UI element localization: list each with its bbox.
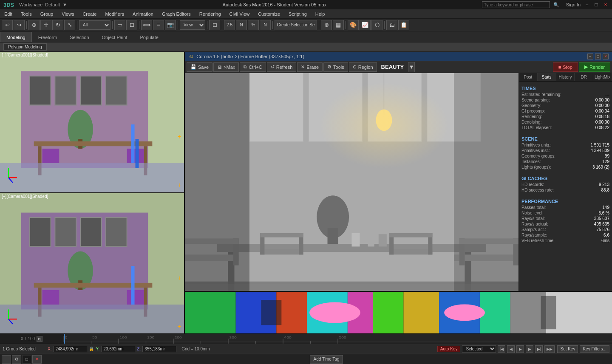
- selection-dropdown[interactable]: Selected All None: [462, 345, 496, 353]
- snapshot-btn[interactable]: 📷: [165, 20, 176, 30]
- bottom-viewport[interactable]: [185, 291, 612, 333]
- n2-btn[interactable]: N: [260, 20, 271, 30]
- menu-help[interactable]: Help: [311, 9, 329, 19]
- tab-object-paint[interactable]: Object Paint: [96, 32, 134, 42]
- vfb-region-btn[interactable]: ⊙ Region: [349, 62, 377, 72]
- menu-edit[interactable]: Edit: [0, 9, 17, 19]
- window-crossing-btn[interactable]: ⊡: [126, 20, 137, 30]
- y-input[interactable]: [101, 346, 135, 352]
- create-selection-btn[interactable]: Create Selection Se: [275, 20, 317, 30]
- select-btn[interactable]: ⊕: [28, 20, 40, 30]
- menu-animation[interactable]: Animation: [128, 9, 158, 19]
- layers-btn[interactable]: ▦: [333, 20, 344, 30]
- stats-tab-post[interactable]: Post: [519, 73, 538, 81]
- undo-btn[interactable]: ↩: [2, 20, 13, 30]
- viewport-upper[interactable]: [+][Camera001][Shaded]: [0, 52, 184, 193]
- x-input[interactable]: [53, 346, 87, 352]
- mini-btn-1[interactable]: ⚙: [12, 355, 21, 364]
- menu-create[interactable]: Create: [78, 9, 101, 19]
- tab-selection[interactable]: Selection: [63, 32, 95, 42]
- tab-freeform[interactable]: Freeform: [32, 32, 64, 42]
- viewport-lower[interactable]: [+][Camera001][Shaded]: [0, 193, 184, 334]
- minimize-btn[interactable]: −: [584, 2, 590, 8]
- toggle-layer-explorer-btn[interactable]: 📋: [398, 20, 409, 30]
- redo-btn[interactable]: ↪: [14, 20, 25, 30]
- vfb-tools-btn[interactable]: ⚙ Tools: [323, 62, 348, 72]
- prev-key-btn[interactable]: |◀: [498, 345, 505, 353]
- n-btn[interactable]: N: [236, 20, 247, 30]
- toolbar: ↩ ↪ ⊕ ✛ ↻ ⤡ All Geometry Shapes ▭ ⊡ ⟺ ≡ …: [0, 19, 612, 31]
- play-anim-btn[interactable]: ▶▶: [544, 345, 555, 353]
- vfb-minimize-btn[interactable]: −: [587, 54, 593, 59]
- vfb-stop-btn[interactable]: ■ Stop: [553, 62, 578, 72]
- search-icon[interactable]: 🔍: [553, 2, 559, 8]
- toggle-scene-explorer-btn[interactable]: 🗂: [386, 20, 397, 30]
- align-btn[interactable]: ≡: [153, 20, 164, 30]
- vfb-channel-dropdown[interactable]: ▼: [408, 62, 415, 72]
- add-time-tag-button[interactable]: Add Time Tag: [310, 355, 343, 364]
- vfb-max-btn[interactable]: 🖥 >Max: [213, 62, 239, 72]
- stats-tab-history[interactable]: History: [556, 73, 575, 81]
- vfb-erase-btn[interactable]: ✕ Erase: [297, 62, 323, 72]
- menu-modifiers[interactable]: Modifiers: [101, 9, 128, 19]
- next-frame-btn[interactable]: ▶: [526, 345, 533, 353]
- menu-tools[interactable]: Tools: [17, 9, 36, 19]
- vfb-refresh-btn[interactable]: ↺ Refresh: [267, 62, 297, 72]
- region-icon: ⊙: [353, 64, 357, 70]
- play-btn[interactable]: ▶: [516, 345, 524, 353]
- vfb-maximize-btn[interactable]: □: [595, 54, 601, 59]
- mirror-btn[interactable]: ⟺: [141, 20, 152, 30]
- tab-modeling[interactable]: Modeling: [0, 32, 32, 42]
- svg-rect-74: [454, 73, 518, 291]
- z-input[interactable]: [142, 346, 176, 352]
- workspace-dropdown-icon[interactable]: ▼: [62, 2, 67, 7]
- close-btn[interactable]: ×: [603, 2, 609, 8]
- rotate-btn[interactable]: ↻: [52, 20, 63, 30]
- key-filters-btn[interactable]: Key Filters...: [580, 345, 609, 353]
- polygon-modeling-tab[interactable]: Polygon Modeling: [3, 43, 47, 51]
- filter-dropdown[interactable]: All Geometry Shapes: [79, 20, 110, 30]
- material-editor-btn[interactable]: 🎨: [348, 20, 359, 30]
- next-key-btn[interactable]: ▶|: [535, 345, 543, 353]
- stats-tab-lightmix[interactable]: LightMix: [593, 73, 612, 81]
- menu-views[interactable]: Views: [57, 9, 78, 19]
- coord-bar: 1 Group Selected X: 🔒 Y: Z: Grid = 10,0m…: [0, 344, 612, 354]
- svg-point-91: [444, 304, 485, 321]
- select-region-btn[interactable]: ▭: [114, 20, 125, 30]
- view-dropdown[interactable]: View Screen World: [180, 20, 205, 30]
- timeline-end-btn[interactable]: ▶|: [37, 336, 42, 342]
- move-btn[interactable]: ✛: [40, 20, 51, 30]
- vfb-copy-btn[interactable]: ⧉ Ctrl+C: [240, 62, 266, 72]
- timeline-track[interactable]: 0 50 100 150 200 300 400 500: [64, 334, 612, 344]
- vfb-render-btn[interactable]: ▶ Render: [579, 62, 610, 72]
- mini-btn-2[interactable]: □: [22, 355, 31, 364]
- menu-civil-view[interactable]: Civil View: [225, 9, 254, 19]
- prev-frame-btn[interactable]: ◀: [507, 345, 515, 353]
- named-selection-btn[interactable]: ⊡: [209, 20, 220, 30]
- stats-tab-dr[interactable]: DR: [575, 73, 593, 81]
- percent2-btn[interactable]: %: [248, 20, 259, 30]
- scale-btn[interactable]: ⤡: [64, 20, 75, 30]
- menu-group[interactable]: Group: [36, 9, 58, 19]
- render-preview[interactable]: [185, 73, 518, 291]
- gi-header: GI CACHES: [521, 176, 609, 181]
- tab-populate[interactable]: Populate: [133, 32, 164, 42]
- mini-close-btn[interactable]: ×: [32, 355, 42, 364]
- menu-scripting[interactable]: Scripting: [284, 9, 311, 19]
- menu-rendering[interactable]: Rendering: [195, 9, 225, 19]
- maximize-btn[interactable]: □: [593, 2, 599, 8]
- menu-customize[interactable]: Customize: [254, 9, 284, 19]
- stats-tab-stats[interactable]: Stats: [538, 73, 556, 81]
- named-sel-2-btn[interactable]: ⊛: [321, 20, 332, 30]
- gi-hd-records: HD records: 9 213: [521, 182, 609, 187]
- menu-graph-editors[interactable]: Graph Editors: [158, 9, 195, 19]
- set-key-btn[interactable]: Set Key: [557, 345, 578, 353]
- vfb-close-btn[interactable]: ×: [603, 54, 609, 59]
- vfb-save-btn[interactable]: 💾 Save: [187, 62, 212, 72]
- percent-btn[interactable]: 2.5: [224, 20, 235, 30]
- menubar: Edit Tools Group Views Create Modifiers …: [0, 9, 612, 19]
- sign-in-btn[interactable]: Sign In: [566, 2, 581, 7]
- search-input[interactable]: [482, 1, 550, 8]
- schematic-btn[interactable]: ⬡: [371, 20, 382, 30]
- curve-editor-btn[interactable]: 📈: [360, 20, 371, 30]
